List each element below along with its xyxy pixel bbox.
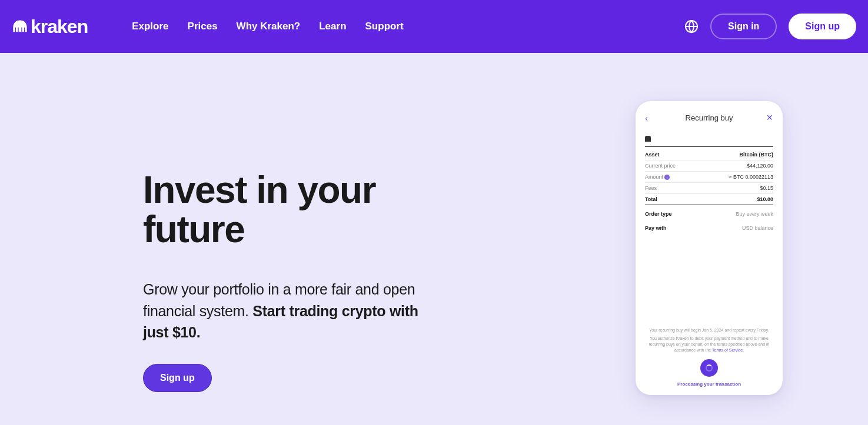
label-order-type: Order type xyxy=(645,211,672,217)
phone-screen-title: Recurring buy xyxy=(686,113,733,122)
main-content: Invest in your future Grow your portfoli… xyxy=(0,53,868,425)
globe-icon[interactable] xyxy=(684,19,699,34)
label-pay-with: Pay with xyxy=(645,225,667,231)
hero-illustration: ‹ Recurring buy ✕ Asset Bitcoin (BTC) Cu… xyxy=(550,53,868,425)
nav-support[interactable]: Support xyxy=(365,21,404,32)
hero-section: Invest in your future Grow your portfoli… xyxy=(0,53,550,425)
value-asset: Bitcoin (BTC) xyxy=(740,152,774,158)
nav-learn[interactable]: Learn xyxy=(319,21,346,32)
processing-text: Processing your transaction xyxy=(645,382,773,387)
row-total: Total $10.00 xyxy=(645,194,773,205)
row-order-type: Order type Buy every week xyxy=(645,209,773,219)
terms-link[interactable]: Terms of Service xyxy=(712,348,743,352)
row-asset: Asset Bitcoin (BTC) xyxy=(645,149,773,160)
label-asset: Asset xyxy=(645,152,660,158)
sign-up-button-header[interactable]: Sign up xyxy=(789,14,856,39)
row-fees: Fees $0.15 xyxy=(645,183,773,194)
info-icon[interactable]: i xyxy=(664,175,670,180)
asset-icon-row xyxy=(645,133,773,147)
close-icon[interactable]: ✕ xyxy=(765,113,773,122)
row-amount: Amounti ≈ BTC 0.00022113 xyxy=(645,172,773,183)
header-actions: Sign in Sign up xyxy=(684,14,856,39)
disclaimer-schedule: Your recurring buy will begin Jan 5, 202… xyxy=(645,327,773,333)
nav-prices[interactable]: Prices xyxy=(188,21,218,32)
processing-spinner-button xyxy=(700,359,718,377)
value-price: $44,120.00 xyxy=(747,163,773,169)
value-pay-with: USD balance xyxy=(742,225,773,231)
label-total: Total xyxy=(645,196,657,202)
label-price: Current price xyxy=(645,163,676,169)
logo-text: kraken xyxy=(31,16,88,38)
main-nav: Explore Prices Why Kraken? Learn Support xyxy=(132,21,404,32)
header: kraken Explore Prices Why Kraken? Learn … xyxy=(0,0,868,53)
phone-header: ‹ Recurring buy ✕ xyxy=(645,113,773,123)
row-pay-with: Pay with USD balance xyxy=(645,223,773,233)
kraken-logo-icon xyxy=(12,18,28,35)
logo[interactable]: kraken xyxy=(12,16,88,38)
hero-title: Invest in your future xyxy=(143,170,437,249)
label-amount: Amounti xyxy=(645,174,670,180)
value-order-type: Buy every week xyxy=(736,211,773,217)
sign-up-button-hero[interactable]: Sign up xyxy=(143,364,212,392)
sign-in-button[interactable]: Sign in xyxy=(710,14,777,39)
value-fees: $0.15 xyxy=(760,185,773,191)
value-total: $10.00 xyxy=(757,196,773,202)
nav-why-kraken[interactable]: Why Kraken? xyxy=(237,21,301,32)
bitcoin-icon xyxy=(645,136,651,142)
spinner-icon xyxy=(706,364,713,372)
hero-subtitle: Grow your portfolio in a more fair and o… xyxy=(143,279,425,343)
disclaimer-authorize: You authorize Kraken to debit your payme… xyxy=(645,336,773,353)
label-fees: Fees xyxy=(645,185,657,191)
row-current-price: Current price $44,120.00 xyxy=(645,160,773,172)
nav-explore[interactable]: Explore xyxy=(132,21,168,32)
value-amount: ≈ BTC 0.00022113 xyxy=(729,174,774,180)
phone-mockup: ‹ Recurring buy ✕ Asset Bitcoin (BTC) Cu… xyxy=(636,101,783,395)
phone-footer: Your recurring buy will begin Jan 5, 202… xyxy=(645,327,773,386)
back-icon[interactable]: ‹ xyxy=(645,113,653,123)
